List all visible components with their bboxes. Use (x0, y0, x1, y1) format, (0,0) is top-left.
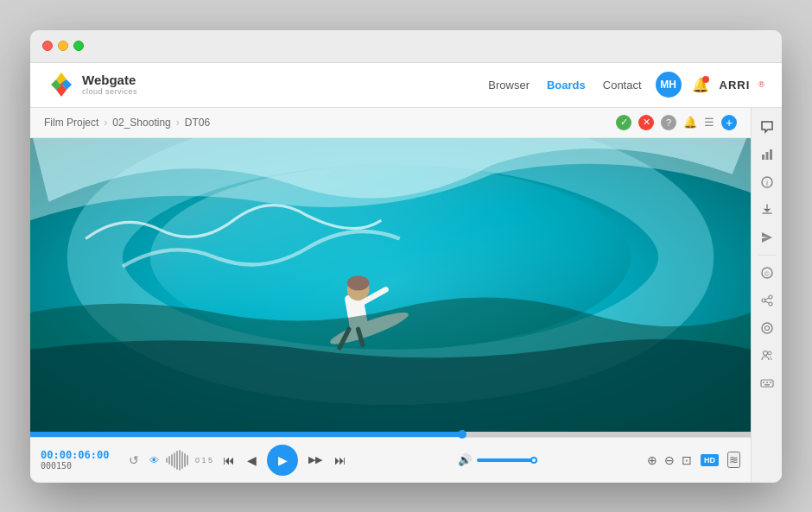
svg-rect-35 (764, 384, 770, 386)
sidebar-users-icon[interactable] (755, 344, 779, 368)
volume-icon: 🔊 (458, 453, 472, 466)
svg-text:i: i (766, 179, 768, 187)
waveform-bar (168, 456, 170, 465)
right-sidebar: i © (751, 108, 782, 483)
waveform-bars (166, 450, 188, 471)
step-forward-button[interactable]: ▶▶ (307, 452, 324, 467)
sidebar-copyright-icon[interactable]: © (755, 261, 779, 285)
waveform-bar (179, 450, 181, 471)
loop-button[interactable]: ↺ (127, 452, 141, 469)
breadcrumb: Film Project › 02_Shooting › DT06 ✓ ✕ ? … (30, 108, 751, 138)
waveform-bar (184, 453, 186, 467)
timecode-display: 00:00:06:00 (41, 449, 118, 461)
progress-bar[interactable] (30, 432, 751, 437)
nav-boards[interactable]: Boards (547, 79, 586, 92)
breadcrumb-sep-1: › (104, 117, 107, 129)
svg-rect-17 (770, 149, 772, 160)
maximize-button[interactable] (73, 41, 84, 51)
waveform-bar (187, 455, 188, 465)
svg-point-11 (347, 275, 370, 290)
sidebar-comments-icon[interactable] (755, 115, 779, 139)
sidebar-support-icon[interactable] (755, 316, 779, 340)
play-button[interactable]: ▶ (267, 445, 298, 476)
reject-icon[interactable]: ✕ (638, 115, 654, 130)
add-button[interactable]: + (721, 115, 737, 130)
waveform-area: 👁 0 1 5 (149, 450, 213, 471)
speed-label: 0 1 5 (195, 456, 213, 465)
logo: Webgate cloud services (48, 71, 137, 98)
svg-rect-32 (763, 382, 764, 383)
svg-rect-33 (766, 382, 768, 383)
volume-slider[interactable] (477, 458, 537, 462)
eye-icon: 👁 (149, 455, 159, 465)
svg-point-29 (763, 351, 767, 355)
video-player[interactable] (30, 138, 751, 432)
check-icon[interactable]: ✓ (616, 115, 631, 130)
nav-contact[interactable]: Contact (603, 79, 642, 92)
sidebar-share-icon[interactable] (755, 288, 779, 313)
app-window: Webgate cloud services Browser Boards Co… (30, 30, 782, 483)
skip-to-end-button[interactable]: ⏭ (333, 452, 348, 469)
arri-trademark: ® (758, 80, 764, 89)
zoom-in-button[interactable]: ⊕ (647, 453, 657, 467)
sidebar-chart-icon[interactable] (755, 142, 779, 167)
notification-icon[interactable]: 🔔 (690, 74, 711, 95)
svg-point-30 (768, 351, 771, 355)
list-icon[interactable]: ☰ (704, 116, 714, 129)
logo-icon (48, 71, 75, 98)
svg-point-23 (769, 295, 772, 299)
alert-icon[interactable]: 🔔 (683, 116, 697, 129)
logo-name: Webgate (82, 73, 137, 88)
svg-rect-34 (770, 382, 771, 383)
svg-point-22 (762, 299, 765, 302)
waveform-bar (174, 452, 175, 468)
hd-badge: HD (701, 454, 719, 466)
progress-thumb (458, 430, 466, 439)
skip-to-start-button[interactable]: ⏮ (221, 452, 237, 469)
volume-thumb (530, 457, 537, 464)
sidebar-keyboard-icon[interactable] (755, 371, 779, 395)
scope-button[interactable]: ≋ (727, 452, 740, 468)
sidebar-info-icon[interactable]: i (755, 170, 779, 194)
svg-rect-31 (761, 380, 773, 387)
close-button[interactable] (42, 41, 53, 51)
breadcrumb-film-project: Film Project (44, 117, 98, 129)
breadcrumb-sep-2: › (176, 117, 180, 129)
svg-point-27 (762, 323, 772, 333)
svg-point-24 (769, 302, 772, 306)
waveform-bar (176, 451, 178, 470)
waveform-bar (181, 452, 183, 469)
player-controls: 00:00:06:00 000150 ↺ 👁 (30, 437, 751, 483)
breadcrumb-actions: ✓ ✕ ? 🔔 ☰ + (616, 115, 737, 130)
waveform-bar (166, 458, 168, 463)
svg-rect-16 (765, 152, 768, 160)
video-content (30, 138, 751, 432)
nav-actions: MH 🔔 ARRI ® (656, 72, 764, 98)
sidebar-download-icon[interactable] (755, 198, 779, 222)
frame-number: 000150 (41, 461, 118, 471)
question-icon[interactable]: ? (661, 115, 676, 130)
notif-dot (702, 76, 709, 83)
waveform-bar (171, 454, 173, 466)
svg-rect-15 (762, 155, 764, 160)
nav-links: Browser Boards Contact (488, 79, 641, 92)
titlebar (30, 30, 782, 63)
minimize-button[interactable] (58, 41, 68, 51)
sidebar-send-icon[interactable] (755, 225, 779, 250)
avatar[interactable]: MH (656, 72, 682, 98)
svg-text:©: © (764, 270, 770, 278)
content-area: Film Project › 02_Shooting › DT06 ✓ ✕ ? … (30, 108, 782, 483)
progress-fill (30, 432, 462, 437)
step-back-button[interactable]: ◀ (245, 452, 258, 469)
zoom-out-button[interactable]: ⊖ (664, 453, 675, 467)
svg-point-28 (764, 326, 769, 330)
zoom-controls: ⊕ ⊖ ⊡ (647, 453, 692, 467)
logo-subtitle: cloud services (82, 87, 137, 96)
navbar: Webgate cloud services Browser Boards Co… (30, 63, 782, 108)
timecode: 00:00:06:00 000150 (41, 449, 118, 471)
volume-section: 🔊 (458, 453, 537, 466)
sidebar-divider (758, 255, 776, 256)
fit-screen-button[interactable]: ⊡ (682, 453, 692, 467)
logo-text: Webgate cloud services (82, 73, 137, 97)
nav-browser[interactable]: Browser (488, 79, 530, 92)
